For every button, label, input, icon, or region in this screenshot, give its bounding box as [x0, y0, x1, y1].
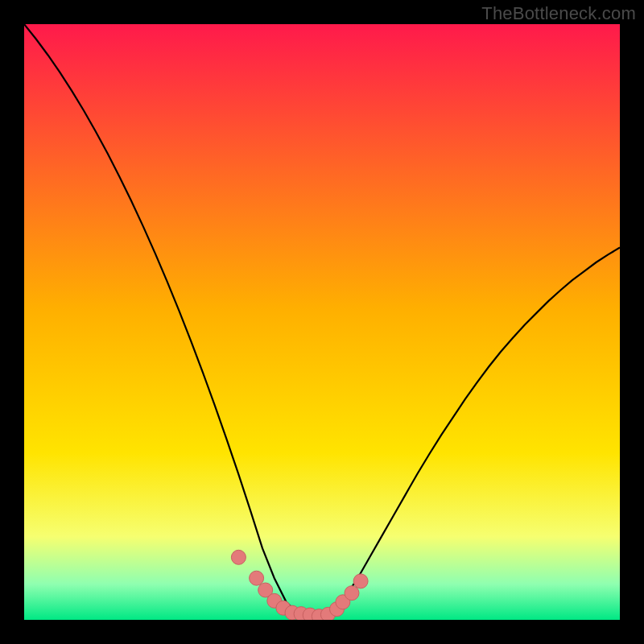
gradient-background [24, 24, 620, 620]
curve-marker [231, 550, 246, 564]
chart-svg [24, 24, 620, 620]
chart-frame: TheBottleneck.com [0, 0, 644, 644]
curve-marker [353, 574, 368, 588]
curve-marker [250, 571, 264, 585]
plot-area [24, 24, 620, 620]
watermark-text: TheBottleneck.com [481, 3, 636, 24]
curve-marker [345, 586, 359, 601]
